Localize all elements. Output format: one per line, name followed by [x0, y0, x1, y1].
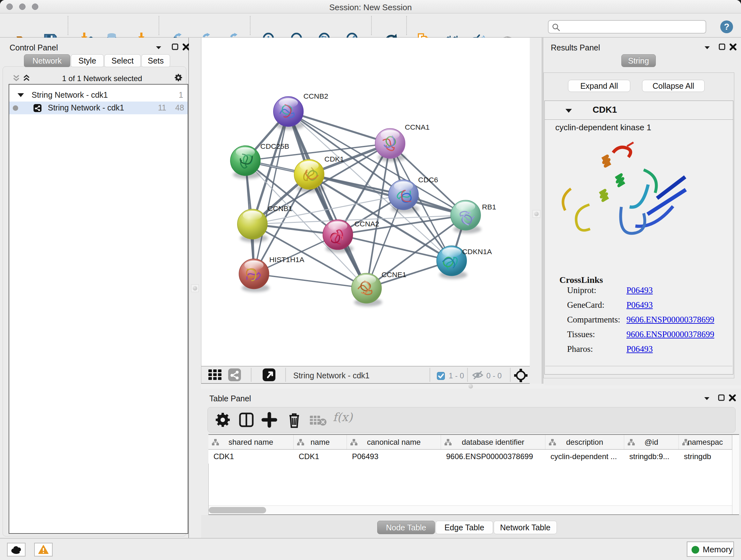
search-icon	[552, 23, 561, 32]
crosslink-row: Uniprot: P06493	[545, 286, 724, 298]
tab-string[interactable]: String	[621, 54, 656, 67]
help-button[interactable]: ?	[720, 20, 733, 33]
delete-table-icon[interactable]	[309, 415, 327, 426]
network-options-gear-icon[interactable]	[174, 73, 183, 82]
gene-section-header[interactable]: CDK1	[545, 101, 733, 120]
fit-selected-crosshair-icon[interactable]	[514, 368, 528, 382]
function-builder-icon[interactable]: f(x)	[333, 411, 353, 424]
crosslink-value-link[interactable]: P06493	[626, 300, 653, 310]
tab-network-table[interactable]: Network Table	[494, 521, 557, 534]
crosslink-value-link[interactable]: P06493	[626, 286, 653, 295]
toolbar-separator	[158, 16, 159, 35]
table-panel-close-icon[interactable]	[728, 394, 737, 402]
open-in-window-icon[interactable]	[263, 368, 275, 381]
tree-row-child[interactable]: String Network - cdk1 11 48	[9, 102, 188, 114]
delete-columns-icon[interactable]	[286, 411, 302, 428]
column-header-description[interactable]: description	[545, 435, 624, 449]
table-cell: P06493	[352, 449, 441, 463]
selected-checkbox-icon[interactable]	[437, 372, 445, 380]
table-panel-float-icon[interactable]	[718, 394, 726, 402]
table-vertical-scrollbar[interactable]	[732, 435, 739, 514]
edge-count: 48	[175, 103, 184, 112]
network-node[interactable]: CDC25B	[230, 142, 289, 179]
birdseye-view-icon[interactable]	[208, 369, 222, 381]
column-header-canonical-name[interactable]: canonical name	[347, 435, 441, 449]
expand-all-button[interactable]: Expand All	[568, 80, 630, 92]
network-node[interactable]: CCNE1	[352, 270, 407, 307]
table-cell: CDK1	[213, 449, 293, 463]
results-panel-close-icon[interactable]	[729, 43, 737, 51]
network-share-icon[interactable]	[228, 368, 241, 381]
memory-button[interactable]: Memory	[687, 542, 734, 557]
tab-edge-table[interactable]: Edge Table	[435, 521, 493, 534]
tree-expander-icon[interactable]	[17, 91, 25, 101]
node-label: CCNB2	[304, 92, 328, 100]
gene-collapse-icon[interactable]	[564, 107, 573, 115]
column-header-database-identifier[interactable]: database identifier	[441, 435, 545, 449]
network-node[interactable]: HIST1H1A	[239, 255, 305, 292]
hidden-count: 0 - 0	[486, 371, 502, 380]
status-bar: Memory	[0, 538, 741, 560]
control-panel-menu-icon[interactable]	[154, 44, 163, 52]
results-panel-menu-icon[interactable]	[703, 44, 711, 52]
column-header-namespac[interactable]: namespac	[679, 435, 732, 449]
table-panel-menu-icon[interactable]	[703, 394, 711, 402]
table-horizontal-scrollbar[interactable]	[209, 505, 732, 514]
crosslink-value-link[interactable]: P06493	[626, 344, 653, 354]
network-node[interactable]: CCNB1	[238, 204, 293, 242]
control-panel-float-icon[interactable]	[171, 43, 179, 51]
network-canvas[interactable]: CCNB2 CCNA1 CDC25B CDK1 CDC6 RB1 CCNB1	[201, 38, 530, 366]
network-node[interactable]: RB1	[451, 200, 496, 233]
node-label: CCNA1	[405, 123, 429, 131]
right-splitter[interactable]	[530, 38, 543, 384]
network-view-toolbar: String Network - cdk1 1 - 0 0 - 0	[201, 366, 530, 384]
network-node[interactable]: CCNA2	[323, 220, 380, 253]
collapse-all-button[interactable]: Collapse All	[642, 80, 704, 92]
network-node[interactable]: CCNB2	[273, 92, 328, 130]
table-row[interactable]: CDK1CDK1P064939606.ENSP00000378699cyclin…	[208, 449, 732, 463]
cloud-button[interactable]	[7, 543, 25, 557]
network-tree: String Network - cdk1 1 String Network -…	[9, 84, 188, 534]
column-header-name[interactable]: name	[293, 435, 347, 449]
left-splitter[interactable]	[189, 38, 201, 538]
control-panel-title: Control Panel	[10, 43, 58, 52]
column-header-shared-name[interactable]: shared name	[208, 435, 293, 449]
string-network-icon	[33, 104, 42, 114]
show-columns-icon[interactable]	[239, 412, 254, 428]
warning-button[interactable]	[34, 543, 53, 557]
tab-node-table[interactable]: Node Table	[377, 521, 435, 534]
crosslink-value-link[interactable]: 9606.ENSP00000378699	[626, 315, 714, 325]
hidden-eye-icon	[472, 370, 483, 380]
table-settings-gear-icon[interactable]	[215, 412, 231, 428]
tree-row-parent[interactable]: String Network - cdk1 1	[9, 89, 188, 102]
network-node[interactable]: CDKN1A	[436, 246, 492, 279]
network-view-title: String Network - cdk1	[293, 371, 369, 380]
network-edge[interactable]	[309, 174, 466, 215]
results-panel-float-icon[interactable]	[718, 43, 726, 51]
gene-name: CDK1	[593, 105, 617, 115]
tab-sets[interactable]: Sets	[141, 54, 170, 67]
protein-structure-image	[552, 139, 692, 251]
collapse-all-networks-icon[interactable]	[12, 74, 20, 82]
memory-status-dot	[691, 546, 699, 554]
cloud-icon	[11, 545, 22, 554]
node-label: CCNA2	[354, 220, 380, 228]
cytoscape-window: Session: New Session ? Control Panel Net…	[0, 0, 741, 560]
create-column-icon[interactable]	[261, 412, 277, 428]
network-edge[interactable]	[254, 274, 367, 288]
crosslink-value-link[interactable]: 9606.ENSP00000378699	[626, 329, 714, 339]
tab-style[interactable]: Style	[71, 54, 104, 67]
warning-icon	[38, 545, 49, 554]
expand-all-networks-icon[interactable]	[22, 74, 30, 82]
tab-network[interactable]: Network	[24, 54, 70, 67]
network-edge[interactable]	[254, 111, 288, 274]
network-node[interactable]: CDK1	[294, 155, 344, 192]
crosslink-label: Tissues:	[567, 329, 595, 339]
network-selector-bar: 1 of 1 Network selected	[3, 73, 186, 84]
network-edge[interactable]	[288, 111, 390, 143]
search-input[interactable]	[548, 20, 706, 34]
tree-network-count: 1	[179, 90, 183, 100]
tab-select[interactable]: Select	[105, 54, 141, 67]
network-node[interactable]: CCNA1	[375, 123, 429, 162]
column-header--id[interactable]: @id	[624, 435, 679, 449]
